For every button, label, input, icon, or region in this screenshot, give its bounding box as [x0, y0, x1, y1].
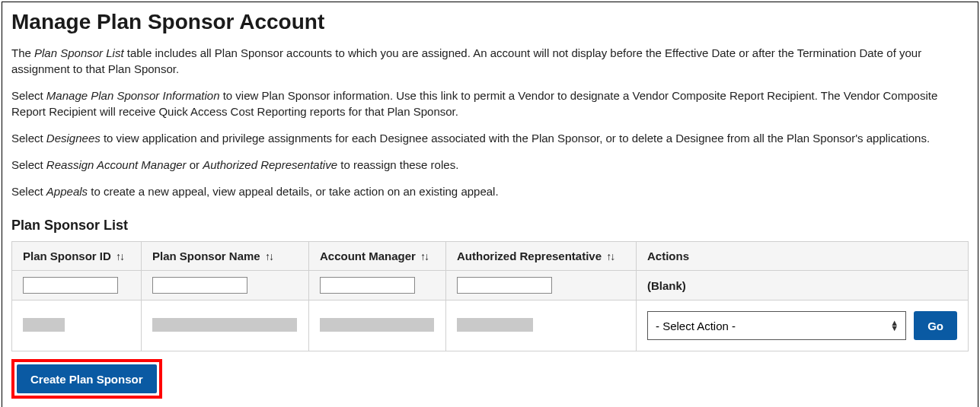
col-header-account-manager[interactable]: Account Manager ↑↓ — [309, 242, 446, 271]
redacted-value — [152, 318, 297, 332]
text: Select — [11, 185, 46, 198]
intro-paragraph-1: The Plan Sponsor List table includes all… — [11, 45, 969, 77]
redacted-value — [457, 318, 533, 332]
cell-actions: - Select Action - ▲▼ Go — [637, 300, 969, 351]
col-header-authorized-representative[interactable]: Authorized Representative ↑↓ — [446, 242, 637, 271]
emphasis: Appeals — [46, 185, 88, 198]
intro-text-block: The Plan Sponsor List table includes all… — [11, 45, 969, 199]
filter-account-manager[interactable] — [320, 277, 415, 294]
intro-paragraph-3: Select Designees to view application and… — [11, 130, 969, 146]
text: Select — [11, 158, 46, 171]
cell-plan-sponsor-name — [142, 300, 309, 351]
page-container: Manage Plan Sponsor Account The Plan Spo… — [2, 2, 978, 407]
intro-paragraph-5: Select Appeals to create a new appeal, v… — [11, 183, 969, 199]
intro-paragraph-2: Select Manage Plan Sponsor Information t… — [11, 87, 969, 119]
filter-plan-sponsor-id[interactable] — [23, 277, 118, 294]
filter-plan-sponsor-name[interactable] — [152, 277, 247, 294]
col-label: Actions — [647, 250, 689, 262]
emphasis: Manage Plan Sponsor Information — [46, 89, 220, 102]
table-header-row: Plan Sponsor ID ↑↓ Plan Sponsor Name ↑↓ … — [12, 242, 969, 271]
sort-icon: ↑↓ — [116, 250, 123, 262]
text: to create a new appeal, view appeal deta… — [88, 185, 499, 198]
create-button-highlight: Create Plan Sponsor — [11, 359, 162, 399]
cell-account-manager — [309, 300, 446, 351]
sort-icon: ↑↓ — [420, 250, 428, 262]
intro-paragraph-4: Select Reassign Account Manager or Autho… — [11, 157, 969, 173]
redacted-value — [320, 318, 434, 332]
cell-plan-sponsor-id — [12, 300, 142, 351]
sort-icon: ↑↓ — [265, 250, 273, 262]
table-heading: Plan Sponsor List — [11, 218, 969, 234]
create-plan-sponsor-button[interactable]: Create Plan Sponsor — [17, 364, 157, 393]
emphasis: Plan Sponsor List — [34, 46, 124, 59]
col-header-plan-sponsor-id[interactable]: Plan Sponsor ID ↑↓ — [12, 242, 142, 271]
action-select[interactable]: - Select Action - — [647, 311, 906, 340]
plan-sponsor-table: Plan Sponsor ID ↑↓ Plan Sponsor Name ↑↓ … — [11, 241, 969, 351]
col-label: Plan Sponsor ID — [23, 250, 111, 262]
col-label: Authorized Representative — [457, 250, 602, 262]
col-header-plan-sponsor-name[interactable]: Plan Sponsor Name ↑↓ — [142, 242, 309, 271]
filter-authorized-representative[interactable] — [457, 277, 552, 294]
cell-authorized-representative — [446, 300, 637, 351]
emphasis: Designees — [46, 132, 101, 145]
text: table includes all Plan Sponsor accounts… — [11, 46, 921, 75]
table-filter-row: (Blank) — [12, 271, 969, 300]
col-header-actions: Actions — [637, 242, 969, 271]
page-title: Manage Plan Sponsor Account — [11, 10, 969, 34]
sort-icon: ↑↓ — [606, 250, 614, 262]
text: or — [187, 158, 203, 171]
text: The — [11, 46, 34, 59]
col-label: Plan Sponsor Name — [152, 250, 260, 262]
text: to view application and privilege assign… — [101, 132, 930, 145]
table-row: - Select Action - ▲▼ Go — [12, 300, 969, 351]
text: Select — [11, 89, 46, 102]
text: to reassign these roles. — [337, 158, 458, 171]
col-label: Account Manager — [320, 250, 416, 262]
emphasis: Reassign Account Manager — [46, 158, 187, 171]
filter-actions-blank: (Blank) — [647, 279, 686, 292]
emphasis: Authorized Representative — [203, 158, 337, 171]
redacted-value — [23, 318, 65, 332]
text: Select — [11, 132, 46, 145]
go-button[interactable]: Go — [914, 311, 957, 340]
